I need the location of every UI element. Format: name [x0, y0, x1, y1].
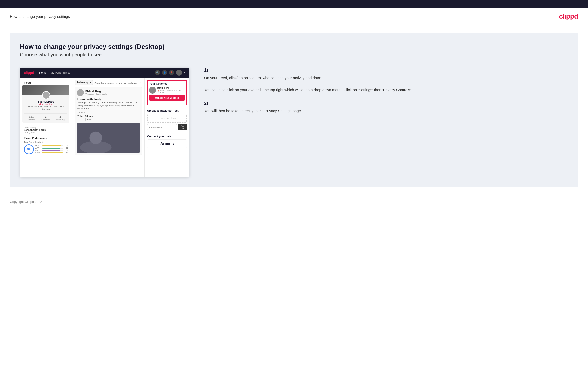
footer: Copyright Clippd 2022	[0, 195, 588, 209]
arccos-box: Arccos	[147, 139, 187, 148]
coach-avatar	[149, 87, 156, 94]
app-body: Feed Blair McHarg Plus Handicap Royal No…	[20, 78, 189, 177]
app-sidebar: Feed Blair McHarg Plus Handicap Royal No…	[20, 78, 72, 177]
stat-followers: 3 Followers	[41, 115, 50, 121]
nav-my-performance[interactable]: My Performance	[51, 71, 71, 74]
player-performance: Player Performance Total Player Quality …	[22, 135, 69, 156]
instruction-1: 1) On your Feed, click/tap on 'Control w…	[204, 68, 568, 93]
post-desc: Looking to feel like my hands are exitin…	[77, 101, 140, 110]
connect-data-section: Connect your data Arccos	[147, 133, 187, 148]
profile-info: Blair McHarg Plus Handicap Royal North D…	[24, 100, 67, 112]
info-icon: ⓘ	[42, 141, 44, 143]
user-avatar-nav[interactable]	[176, 70, 182, 76]
app-nav: clippd Home My Performance 🔍 👤 📍 ▾	[20, 68, 189, 78]
step2-number: 2)	[204, 101, 568, 106]
upload-section-title: Upload a Trackman Test	[147, 109, 187, 112]
profile-stats: 131 Activities 3 Followers 4 Following	[24, 113, 67, 121]
latest-activity-label: Latest Activity	[24, 126, 68, 129]
step1-text: On your Feed, click/tap on 'Control who …	[204, 75, 568, 93]
quality-bars: OTT 90 APP 85 ARG 86	[35, 145, 68, 154]
stat-following: 4 Following	[56, 115, 65, 121]
step2-text: You will then be taken directly to the P…	[204, 108, 568, 114]
trackman-input-row: Add Link	[147, 124, 187, 130]
manage-coaches-button[interactable]: Manage Your Coaches	[149, 95, 185, 101]
page-heading: How to change your privacy settings (Des…	[20, 43, 568, 51]
app-right-panel: Your Coaches David Ford 📍 Royal North De…	[144, 78, 189, 177]
post-author: Blair McHarg Yesterday · Sunningdale	[77, 89, 140, 96]
arccos-text: Arccos	[149, 142, 185, 146]
chevron-down-icon: ▾	[90, 81, 91, 84]
coaches-highlight-box: Your Coaches David Ford 📍 Royal North De…	[147, 80, 187, 105]
perf-title: Player Performance	[24, 137, 68, 140]
bar-row: ARG 86	[35, 149, 68, 151]
tutorial-layout: clippd Home My Performance 🔍 👤 📍 ▾ Feed	[20, 68, 568, 177]
tag-ott: OTT	[77, 118, 84, 121]
app-nav-icons: 🔍 👤 📍 ▾	[155, 70, 185, 76]
coach-club: 📍 Royal North Devon Golf Club	[157, 89, 185, 94]
stat-followers-label: Followers	[41, 119, 50, 121]
quality-row: 92 OTT 90 APP 85 ARG	[24, 144, 68, 154]
coaches-section-title: Your Coaches	[149, 82, 185, 85]
post-duration-label: Duration	[77, 111, 140, 114]
instruction-2: 2) You will then be taken directly to th…	[204, 101, 568, 114]
coaches-section: Your Coaches David Ford 📍 Royal North De…	[149, 82, 185, 101]
header-title: How to change your privacy settings	[10, 14, 70, 19]
profile-banner	[22, 85, 69, 95]
latest-activity-date: 03 Aug 2022	[24, 131, 68, 134]
control-privacy-link[interactable]: Control who can see your activity and da…	[94, 82, 137, 84]
stat-activities-value: 131	[27, 115, 35, 119]
stat-following-label: Following	[56, 119, 65, 121]
app-main: Following ▾ Control who can see your act…	[72, 78, 144, 177]
post-duration-value: 01 hr : 30 min	[77, 115, 140, 118]
quality-label: Total Player Quality ⓘ	[24, 141, 68, 143]
post-image	[77, 123, 140, 153]
top-bar	[0, 0, 588, 8]
location-icon[interactable]: 📍	[169, 70, 174, 75]
upload-trackman-section: Upload a Trackman Test Trackman Link Add…	[147, 107, 187, 130]
search-icon[interactable]: 🔍	[155, 70, 160, 75]
post-title: Lesson with Fordy	[77, 98, 140, 101]
app-nav-logo: clippd	[24, 71, 34, 75]
copyright: Copyright Clippd 2022	[10, 200, 42, 204]
feed-tab[interactable]: Feed	[22, 80, 33, 85]
post-author-meta: Yesterday · Sunningdale	[85, 93, 107, 95]
profile-card: Blair McHarg Plus Handicap Royal North D…	[22, 85, 69, 123]
main-content: How to change your privacy settings (Des…	[10, 33, 578, 187]
bar-row: APP 85	[35, 147, 68, 149]
stat-following-value: 4	[56, 115, 65, 119]
location-pin-icon: 📍	[157, 90, 160, 93]
stat-followers-value: 3	[41, 115, 50, 119]
page-subheading: Choose what you want people to see	[20, 52, 568, 58]
app-nav-links: Home My Performance	[39, 71, 150, 74]
nav-home[interactable]: Home	[39, 71, 46, 74]
connect-section-title: Connect your data	[147, 135, 187, 138]
post-author-info: Blair McHarg Yesterday · Sunningdale	[85, 90, 107, 95]
bar-row: OTT 90	[35, 145, 68, 147]
post-card: Blair McHarg Yesterday · Sunningdale Les…	[75, 87, 142, 155]
bar-row: PUTT 96	[35, 152, 68, 153]
dropdown-arrow[interactable]: ▾	[184, 71, 185, 74]
profile-avatar	[42, 91, 50, 99]
logo: clippd	[559, 12, 578, 20]
trackman-placeholder-box: Trackman Link	[147, 114, 187, 123]
profile-handicap: Plus Handicap	[24, 103, 67, 105]
control-link-wrapper: Control who can see your activity and da…	[94, 81, 142, 85]
stat-activities-label: Activities	[27, 119, 35, 121]
right-arrow-icon: →	[138, 81, 142, 85]
latest-activity-title: Lesson with Fordy	[24, 129, 68, 131]
following-header: Following ▾ Control who can see your act…	[75, 80, 142, 85]
trackman-input[interactable]	[147, 124, 177, 130]
following-button[interactable]: Following ▾	[75, 80, 93, 85]
coach-name: David Ford	[157, 87, 185, 89]
coach-item: David Ford 📍 Royal North Devon Golf Club	[149, 87, 185, 94]
latest-activity: Latest Activity Lesson with Fordy 03 Aug…	[22, 125, 69, 135]
post-author-name: Blair McHarg	[85, 90, 107, 93]
post-tags: OTT APP	[77, 118, 140, 121]
header: How to change your privacy settings clip…	[0, 8, 588, 25]
coach-info: David Ford 📍 Royal North Devon Golf Club	[157, 87, 185, 94]
step1-number: 1)	[204, 68, 568, 73]
app-screenshot: clippd Home My Performance 🔍 👤 📍 ▾ Feed	[20, 68, 189, 177]
add-link-button[interactable]: Add Link	[178, 124, 187, 130]
post-avatar	[77, 89, 84, 96]
profile-icon[interactable]: 👤	[162, 70, 167, 75]
